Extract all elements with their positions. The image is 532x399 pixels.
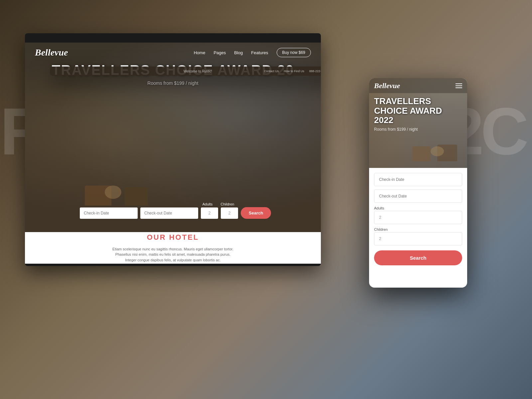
checkin-input[interactable] [80,207,138,219]
mobile-adults-input[interactable] [374,211,462,224]
nav-home[interactable]: Home [194,50,205,55]
mobile-hero-subtitle: Rooms from $199 / night [374,127,462,132]
hamburger-line-1 [456,83,462,84]
mobile-nav: Bellevue [369,78,467,93]
mobile-children-group: Children [374,227,462,245]
form-labels: Adults Children [80,202,266,206]
mobile-search-button[interactable]: Search [374,250,462,265]
mobile-logo: Bellevue [374,81,400,90]
our-hotel-title: OUR HOTEL [147,233,199,242]
hamburger-line-2 [456,85,462,86]
mobile-children-label: Children [374,227,462,231]
form-row: Search [80,207,266,219]
nav-pages[interactable]: Pages [213,50,226,55]
mobile-checkout-input[interactable] [374,190,462,203]
desktop-logo: Bellevue [35,47,68,58]
table-shape-1 [105,186,121,199]
mobile-checkin-input[interactable] [374,173,462,186]
buy-now-button[interactable]: Buy now $69 [277,48,311,57]
mobile-checkin-group [374,173,462,186]
phone-text: 888-222-3456 [309,69,321,73]
hotel-section: OUR HOTEL Etiam scelerisque nunc eu sagi… [25,232,321,264]
contact-link[interactable]: Contact Us [264,69,279,73]
mobile-chair-2 [412,146,431,161]
mobile-table [431,146,444,156]
adults-label: Adults [199,202,216,206]
welcome-text: Welcome to Rustic! [184,69,212,73]
mobile-hero-image: Bellevue TRAVELLERS CHOICE AWARD 2022 Ro… [369,78,467,168]
mobile-children-input[interactable] [374,232,462,245]
mobile-adults-group: Adults [374,206,462,224]
desktop-booking-form: Adults Children Search [80,202,266,219]
hotel-description: Etiam scelerisque nunc eu sagittis rhonc… [112,246,233,263]
hamburger-menu-button[interactable] [456,83,462,88]
desktop-mockup: Welcome to Rustic! Contact Us How to Fin… [25,33,321,266]
adults-input[interactable] [201,207,218,219]
hamburger-line-3 [456,87,462,88]
hero-subtitle: Rooms from $199 / night [25,80,321,86]
desktop-nav: Bellevue Home Pages Blog Features Buy no… [25,44,321,61]
mobile-adults-label: Adults [374,206,462,210]
children-input[interactable] [221,207,238,219]
mobile-hero-title: TRAVELLERS CHOICE AWARD 2022 [374,96,462,125]
mobile-booking-form: Adults Children Search [369,168,467,270]
find-link[interactable]: How to Find Us [284,69,304,73]
nav-features[interactable]: Features [251,50,268,55]
checkout-input[interactable] [140,207,198,219]
mobile-hero-text: TRAVELLERS CHOICE AWARD 2022 Rooms from … [374,96,462,132]
mobile-checkout-group [374,190,462,203]
desktop-nav-links: Home Pages Blog Features Buy now $69 [194,48,311,57]
nav-blog[interactable]: Blog [234,50,243,55]
children-label: Children [219,202,236,206]
mobile-mockup: Bellevue TRAVELLERS CHOICE AWARD 2022 Ro… [369,78,467,288]
desktop-search-button[interactable]: Search [241,207,271,219]
